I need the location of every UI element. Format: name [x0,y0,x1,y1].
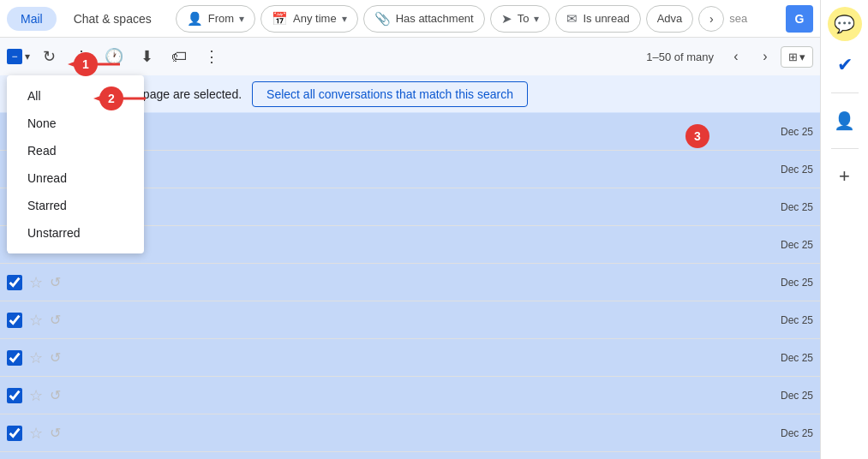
attachment-icon: 📎 [374,11,391,27]
email-checkbox-5[interactable] [7,275,22,290]
snooze-icon-5[interactable]: ↺ [50,274,61,290]
sidebar-divider [831,92,859,93]
star-icon-6[interactable]: ☆ [29,311,43,330]
view-chevron-icon: ▾ [799,51,805,63]
email-checkbox-7[interactable] [7,350,22,366]
snooze-icon-6[interactable]: ↺ [50,312,61,328]
email-date-2: Dec 25 [775,164,813,176]
top-bar: Mail Chat & spaces 👤 From ▾ 📅 Any time ▾… [0,0,820,38]
sidebar-icon-contacts[interactable]: 👤 [828,104,862,138]
dropdown-item-unstarred[interactable]: Unstarred [7,219,144,247]
table-row[interactable]: ☆ ↺ Dec 25 [0,264,820,301]
check-icon: − [11,51,17,62]
sidebar-icon-chat[interactable]: 💬 [828,7,862,41]
star-icon-7[interactable]: ☆ [29,349,43,367]
star-icon-8[interactable]: ☆ [29,386,43,405]
filter-any-time[interactable]: 📅 Any time ▾ [260,5,358,33]
filter-from-label: From [208,12,234,25]
dropdown-item-none[interactable]: None [7,110,144,137]
filter-has-attachment[interactable]: 📎 Has attachment [363,5,485,33]
calendar-icon: 📅 [272,11,288,27]
select-dropdown-arrow[interactable]: ▾ [23,49,32,64]
arrow-icon: ➤ [501,11,512,27]
filter-is-unread[interactable]: ✉ Is unread [555,5,640,33]
email-date-9: Dec 25 [775,427,813,439]
tab-mail[interactable]: Mail [7,7,57,31]
label-button[interactable]: 🏷 [164,41,195,72]
filter-unread-label: Is unread [583,12,629,25]
dropdown-item-unread[interactable]: Unread [7,164,144,192]
filter-from[interactable]: 👤 From ▾ [176,5,255,33]
snooze-icon-7[interactable]: ↺ [50,349,61,366]
email-checkbox-9[interactable] [7,426,22,441]
dropdown-item-all[interactable]: All [7,82,144,110]
person-circle-icon: 👤 [834,110,855,131]
select-dropdown-menu: All None Read Unread Starred Unstarred [7,75,144,253]
chevron-down-icon: ▾ [239,13,244,25]
filter-to-label: To [518,12,530,25]
google-avatar: G [786,5,813,33]
table-row[interactable]: ☆ ↺ Dec 25 [0,414,820,452]
dropdown-item-starred[interactable]: Starred [7,192,144,219]
email-date-5: Dec 25 [775,277,813,289]
kebab-menu-button[interactable]: ⋮ [196,41,227,72]
chevron-down-icon-2: ▾ [342,13,347,25]
filter-advanced[interactable]: Adva [646,5,694,33]
select-checkbox-group[interactable]: − ▾ [7,49,32,64]
right-sidebar: 💬 ✔ 👤 + [820,0,868,459]
archive-button[interactable]: ⬇ [131,41,162,72]
star-icon-9[interactable]: ☆ [29,424,43,443]
checkmark-circle-icon: ✔ [837,54,853,76]
tab-chat-spaces[interactable]: Chat & spaces [60,7,165,31]
more-button[interactable]: ⋮ [66,41,97,72]
email-date-3: Dec 25 [775,201,813,213]
pagination-text: 1–50 of many [646,51,714,63]
table-row[interactable]: ☆ ↺ Dec 25 [0,452,820,459]
search-hint: sea [729,12,747,25]
select-all-search-button[interactable]: Select all conversations that match this… [252,81,528,107]
email-date-7: Dec 25 [775,352,813,364]
grid-icon: ⊞ [788,51,798,63]
refresh-button[interactable]: ↻ [33,41,64,72]
prev-page-button[interactable]: ‹ [722,43,750,70]
chevron-right-button[interactable]: › [698,6,724,32]
next-page-button[interactable]: › [751,43,779,70]
sidebar-divider-2 [831,148,859,149]
filter-to[interactable]: ➤ To ▾ [490,5,551,33]
email-date-1: Dec 25 [775,126,813,138]
star-icon-5[interactable]: ☆ [29,273,43,292]
filter-attachment-label: Has attachment [396,12,474,25]
email-checkbox-8[interactable] [7,388,22,403]
dropdown-item-read[interactable]: Read [7,137,144,164]
table-row[interactable]: ☆ ↺ Dec 25 [0,339,820,377]
select-all-checkbox[interactable]: − [7,49,22,64]
pagination: 1–50 of many [646,51,714,63]
snooze-icon-8[interactable]: ↺ [50,387,61,403]
view-options-button[interactable]: ⊞ ▾ [781,46,813,68]
chat-bubble-icon: 💬 [834,14,855,34]
email-date-6: Dec 25 [775,314,813,326]
chevron-down-icon-3: ▾ [534,13,539,25]
mail-icon: ✉ [566,11,578,27]
sidebar-add-button[interactable]: + [828,159,862,194]
filter-any-time-label: Any time [293,12,337,25]
snooze-icon-9[interactable]: ↺ [50,425,61,441]
toolbar: − ▾ ↻ ⋮ 🕐 ⬇ 🏷 ⋮ 1–50 of many ‹ › ⊞ ▾ All… [0,38,820,75]
email-date-4: Dec 25 [775,239,813,251]
table-row[interactable]: ☆ ↺ Dec 25 [0,377,820,414]
snooze-button[interactable]: 🕐 [99,41,129,72]
table-row[interactable]: ☆ ↺ Dec 25 [0,301,820,339]
email-date-8: Dec 25 [775,390,813,402]
sidebar-icon-tasks[interactable]: ✔ [828,48,862,82]
person-icon: 👤 [187,11,203,27]
email-checkbox-6[interactable] [7,313,22,328]
